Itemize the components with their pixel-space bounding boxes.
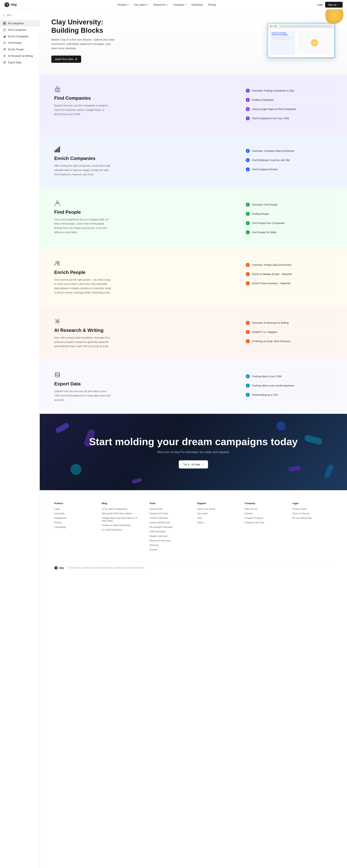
- footer-link-margin-calc[interactable]: Margin Calculator: [149, 535, 190, 537]
- find-people-link-2[interactable]: 4 Finding People: [246, 209, 333, 219]
- sidebar-item-find-people[interactable]: Find People: [0, 40, 40, 46]
- export-data-link-1[interactable]: 4 Pushing data to your CRM: [246, 372, 333, 381]
- footer-link-headcount-dir[interactable]: Headcount Directory: [149, 539, 190, 542]
- section-left: Find Companies Explore how you can find …: [54, 86, 112, 116]
- link-dot: 4: [246, 393, 250, 397]
- footer-link-faq[interactable]: FAQ: [197, 517, 237, 519]
- enrich-people-link-3[interactable]: 4 Enrich Phone Numbers - Waterfall: [246, 279, 333, 288]
- link-dot: 4: [246, 167, 250, 172]
- footer-link-do-not-sell[interactable]: Do not selling data: [292, 517, 333, 519]
- link-dot: 4: [246, 89, 250, 93]
- find-people-link-4[interactable]: 4 Find People for SMBs: [246, 228, 333, 237]
- find-companies-links: 4 Overview: Finding Companies in Clay 4 …: [246, 86, 333, 123]
- footer-link-headcount-finder[interactable]: Headcount Finder: [149, 512, 190, 515]
- logo[interactable]: clay: [4, 2, 17, 7]
- find-companies-link-1[interactable]: 4 Overview: Finding Companies in Clay: [246, 86, 333, 95]
- svg-rect-6: [3, 30, 6, 31]
- enrich-companies-link-3[interactable]: 4 Find Company Domain: [246, 165, 333, 174]
- footer-link-status[interactable]: Status: [197, 521, 237, 524]
- svg-point-29: [55, 566, 58, 569]
- sidebar-item-all-categories[interactable]: All Categories: [0, 20, 40, 27]
- nav-resources[interactable]: Resources: [153, 3, 168, 6]
- link-dot: 4: [246, 383, 250, 388]
- footer-link-integrate[interactable]: Integrate with Clay: [245, 521, 285, 524]
- find-people-link-1[interactable]: 4 Overview: Find People: [246, 200, 333, 209]
- footer-link-percentage-calc[interactable]: Percentage Calculator: [149, 526, 190, 528]
- footer-link-ai-lead[interactable]: AI Lead Generation: [102, 528, 142, 531]
- enrich-companies-section-icon: [54, 146, 61, 153]
- svg-point-23: [57, 201, 59, 203]
- sidebar-item-label: Enrich People: [8, 48, 24, 51]
- footer-link-university[interactable]: University: [54, 512, 95, 515]
- watch-video-button[interactable]: Watch first video: [51, 56, 81, 63]
- login-button[interactable]: Login: [317, 3, 323, 6]
- signup-button[interactable]: Sign up →: [325, 2, 343, 8]
- footer-link-creators[interactable]: Creators Program: [245, 517, 285, 519]
- footer-link-privacy[interactable]: Privacy Policy: [292, 507, 333, 510]
- nav-pricing[interactable]: Pricing: [208, 3, 216, 6]
- ai-research-link-2[interactable]: 4 ChatGPT vs. Claygent: [246, 328, 333, 337]
- svg-rect-3: [5, 22, 6, 23]
- nav-use-cases[interactable]: Use cases: [134, 3, 148, 6]
- footer-link-wall-of-love[interactable]: Wall of Love: [245, 507, 285, 510]
- footer-col-product: Product Login University Integrations Pr…: [54, 502, 95, 553]
- find-companies-link-2[interactable]: 4 Finding Companies: [246, 95, 333, 104]
- footer-link-pricing[interactable]: Pricing: [54, 521, 95, 524]
- footer-col-title: Blog: [102, 502, 142, 505]
- footer-link-glossary[interactable]: Glossary: [149, 544, 190, 547]
- find-people-section: Find People Once you've gathered all you…: [40, 188, 347, 249]
- footer-link-dossier[interactable]: Dossier: [149, 548, 190, 551]
- footer-link-careers[interactable]: Careers: [245, 512, 285, 515]
- link-dot: 4: [246, 281, 250, 285]
- link-dot: 4: [246, 374, 250, 378]
- nav-company[interactable]: Company: [173, 3, 186, 6]
- svg-rect-22: [59, 147, 60, 152]
- sidebar-item-enrich-people[interactable]: Enrich People: [0, 46, 40, 53]
- sidebar-item-label: Find Companies: [8, 28, 26, 31]
- footer-link-whois[interactable]: Lookup WHOIS Info: [149, 521, 190, 524]
- sidebar-item-find-companies[interactable]: Find Companies: [0, 27, 40, 33]
- export-data-link-3[interactable]: 4 Downloading as a CSV: [246, 390, 333, 400]
- footer-link-outbound-sales[interactable]: Outbound Sales Automation: [102, 524, 142, 527]
- enrich-people-link-2[interactable]: 4 Enrich & Validate Emails - Waterfall: [246, 270, 333, 279]
- footer-link-credits-calc[interactable]: Credits Calculator: [149, 517, 190, 519]
- nav-product[interactable]: Product: [118, 3, 129, 6]
- enrich-companies-link-1[interactable]: 4 Overview: Company Data Enrichment: [246, 146, 333, 156]
- enrich-people-section: Enrich People Once you've got the right …: [40, 249, 347, 307]
- sidebar-item-export-data[interactable]: Export Data: [0, 59, 40, 66]
- footer-link-slack[interactable]: Join Slack: [197, 512, 237, 515]
- footer-link-email-finder[interactable]: Email Finder: [149, 507, 190, 510]
- enrich-companies-link-2[interactable]: 4 Find Employee Count by Job Title: [246, 156, 333, 165]
- ai-research-link-1[interactable]: 4 Overview: AI Research & Writing: [246, 318, 333, 328]
- link-dot: 4: [246, 98, 250, 102]
- sidebar-item-ai-research[interactable]: AI Research & Writing: [0, 53, 40, 59]
- link-dot: 4: [246, 212, 250, 216]
- footer-link-changelog[interactable]: Changelog: [54, 526, 95, 528]
- footer-link-cpm-calc[interactable]: CPM Calculator: [149, 530, 190, 533]
- find-people-link-3[interactable]: 4 Find People from Companies: [246, 219, 333, 228]
- cta-button[interactable]: Try it - it's free →: [179, 460, 208, 468]
- search-input[interactable]: [7, 14, 38, 17]
- svg-rect-5: [5, 24, 6, 25]
- footer-logo[interactable]: clay: [54, 566, 64, 569]
- footer-link-ai-sales[interactable]: AI for Sales Prospecting: [102, 507, 142, 510]
- footer-link-terms[interactable]: Terms of Service: [292, 512, 333, 515]
- footer-link-google-maps[interactable]: Google Maps lead generation in 5 easy st…: [102, 517, 142, 522]
- find-companies-link-4[interactable]: 4 Find Companies From Your CRM: [246, 114, 333, 123]
- svg-point-12: [4, 49, 5, 50]
- enrich-people-section-icon: [54, 260, 61, 267]
- footer-link-integrations[interactable]: Integrations: [54, 517, 95, 519]
- export-data-link-2[interactable]: 4 Pushing data to your email sequencer: [246, 381, 333, 390]
- ai-research-link-3[interactable]: 4 AI Writing at Scale: Best Practices: [246, 337, 333, 346]
- cta-title: Start molding your dream campaigns today: [51, 436, 336, 448]
- footer-link-crm-data[interactable]: Why good CRM data matters: [102, 512, 142, 515]
- hero-text: Clay University: Building Blocks Master …: [51, 18, 127, 63]
- find-companies-link-3[interactable]: 4 Using Google Maps to Find Companies: [246, 104, 333, 114]
- nav-enterprise[interactable]: Enterprise: [192, 3, 203, 6]
- enrich-people-link-1[interactable]: 4 Overview: People Data Enrichment: [246, 260, 333, 270]
- footer-link-login[interactable]: Login: [54, 507, 95, 510]
- enrich-companies-section: Enrich Companies After finding the right…: [40, 135, 347, 188]
- footer-link-send-email[interactable]: Send us an email: [197, 507, 237, 510]
- hero-section: Clay University: Building Blocks Master …: [40, 9, 347, 74]
- sidebar-item-enrich-companies[interactable]: Enrich Companies: [0, 33, 40, 40]
